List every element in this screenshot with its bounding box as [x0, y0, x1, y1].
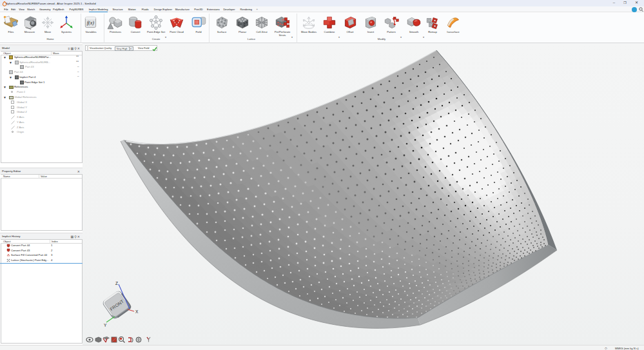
svg-text:X: X: [135, 309, 139, 314]
svg-text:f(x): f(x): [87, 20, 95, 26]
svg-text:Y: Y: [104, 323, 107, 327]
svg-text:Z: Z: [115, 281, 118, 286]
